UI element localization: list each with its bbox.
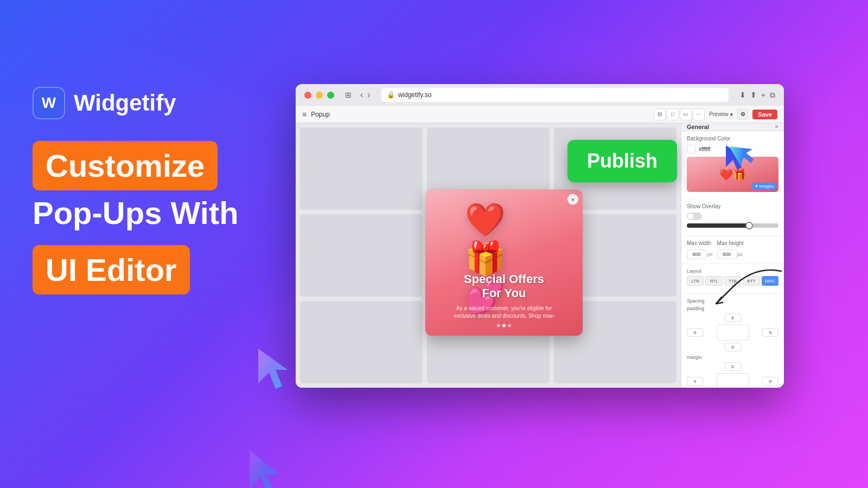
bg-color-swatch[interactable] (687, 145, 695, 153)
popup-background: ❤️🎁💕 Special OffersFor You As a valued c… (425, 190, 583, 336)
left-panel: W Widgetify Customize Pop-Ups With UI Ed… (33, 87, 239, 294)
traffic-light-yellow[interactable] (316, 92, 323, 99)
layout-ltr[interactable]: LTR (687, 276, 704, 286)
desktop-icon[interactable]: ⊟ (654, 108, 666, 120)
logo-row: W Widgetify (33, 87, 239, 119)
overlay-toggle[interactable] (687, 213, 702, 220)
editor-topbar: ≡ Popup ⊟ □ ▭ ··· Preview ● ⚙ Save (296, 106, 784, 123)
max-height-group: Max height px (717, 240, 744, 259)
overlay-slider[interactable] (687, 223, 778, 228)
more-icon[interactable]: ··· (693, 108, 705, 120)
settings-icon[interactable]: ⚙ (737, 109, 748, 120)
panel-close-icon[interactable]: × (775, 123, 778, 131)
popup-card[interactable]: × ❤️🎁💕 Special OffersFor You As a valued… (425, 190, 583, 336)
overlay-section: Show Overlay (681, 199, 784, 236)
canvas-block-4 (300, 214, 423, 297)
traffic-light-red[interactable] (304, 92, 311, 99)
dot-1 (497, 324, 500, 328)
padding-top[interactable] (725, 313, 741, 322)
canvas-block-7 (300, 301, 423, 383)
browser-window: ⊞ ‹ › 🔒 widgetify.so ⬇ ⬆ + ⧉ ≡ Popup ⊟ □… (296, 84, 784, 388)
tabs-icon[interactable]: ⊞ (345, 91, 352, 99)
cursor-decoration-bottom (244, 445, 288, 488)
general-label: General (687, 124, 709, 130)
padding-top-row (687, 313, 778, 322)
headline: Customize Pop-Ups With UI Editor (33, 141, 239, 294)
browser-nav: ‹ › (360, 90, 371, 100)
dot-3 (508, 324, 511, 328)
canvas-block-1 (300, 127, 423, 210)
tablet-icon[interactable]: □ (667, 108, 679, 120)
popup-close-button[interactable]: × (567, 194, 578, 205)
nav-forward[interactable]: › (367, 90, 370, 100)
toolbar-icon-group: ⊟ □ ▭ ··· (654, 108, 705, 120)
popup-title: Special OffersFor You (464, 272, 544, 300)
new-tab-icon[interactable]: + (761, 91, 765, 100)
padding-center (717, 324, 749, 341)
headline-line1-box: Customize (33, 141, 218, 190)
max-height-input[interactable] (717, 249, 737, 259)
bg-color-value: #ffffff (699, 146, 710, 152)
popup-label: Popup (311, 111, 330, 118)
slider-row (687, 223, 778, 228)
overlay-label: Show Overlay (687, 203, 778, 209)
editor-main: × ❤️🎁💕 Special OffersFor You As a valued… (296, 123, 784, 388)
logo-text: Widgetify (74, 90, 176, 116)
preview-button[interactable]: Preview ● (709, 111, 733, 117)
save-button[interactable]: Save (752, 110, 777, 119)
images-badge: ✦ Images (752, 183, 776, 190)
dot-2 (502, 324, 506, 328)
margin-top[interactable] (725, 362, 741, 371)
curved-arrow-decoration (711, 260, 792, 309)
headline-line1: Customize (46, 148, 205, 183)
right-panel-header: General × (681, 123, 784, 131)
logo-icon: W (33, 87, 65, 119)
slider-thumb[interactable] (745, 222, 753, 229)
padding-sides-row (687, 324, 778, 341)
margin-top-row (687, 362, 778, 371)
padding-left[interactable] (687, 328, 703, 337)
duplicate-icon[interactable]: ⧉ (770, 91, 775, 100)
headline-line3-box: UI Editor (33, 245, 190, 294)
popup-dots (497, 324, 511, 328)
max-height-unit: px (738, 252, 743, 257)
padding-bottom[interactable] (725, 343, 741, 351)
overlay-toggle-row (687, 213, 778, 220)
url-text: widgetify.so (398, 91, 432, 99)
margin-center (717, 373, 749, 388)
browser-titlebar: ⊞ ‹ › 🔒 widgetify.so ⬇ ⬆ + ⧉ (296, 84, 784, 106)
headline-line3: UI Editor (46, 252, 177, 287)
max-width-group: Max width px (687, 240, 713, 259)
max-height-label: Max height (717, 240, 744, 246)
dimensions-row: Max width px Max height px (687, 240, 778, 259)
publish-button[interactable]: Publish (567, 140, 677, 182)
popup-subtitle: As a valued customer, you're eligible fo… (454, 305, 554, 320)
traffic-light-green[interactable] (327, 92, 334, 99)
lock-icon: 🔒 (387, 91, 395, 99)
margin-left[interactable] (687, 377, 703, 386)
max-width-input[interactable] (687, 249, 706, 259)
mobile-icon[interactable]: ▭ (680, 108, 692, 120)
max-width-label: Max width (687, 240, 713, 246)
url-bar[interactable]: 🔒 widgetify.so (381, 88, 729, 102)
nav-back[interactable]: ‹ (360, 90, 363, 100)
cursor-bottom-left (254, 344, 300, 404)
menu-icon[interactable]: ≡ (302, 110, 307, 119)
share-icon[interactable]: ⬆ (750, 91, 757, 100)
preview-label: Preview ● (709, 111, 733, 117)
margin-sides-row (687, 373, 778, 388)
padding-right[interactable] (762, 328, 778, 337)
browser-actions: ⬇ ⬆ + ⧉ (739, 91, 775, 100)
headline-line2: Pop-Ups With (33, 195, 239, 231)
download-icon[interactable]: ⬇ (739, 91, 746, 100)
margin-label: margin (687, 355, 778, 360)
margin-right[interactable] (762, 377, 778, 386)
max-width-unit: px (707, 252, 713, 257)
padding-bottom-row (687, 343, 778, 351)
